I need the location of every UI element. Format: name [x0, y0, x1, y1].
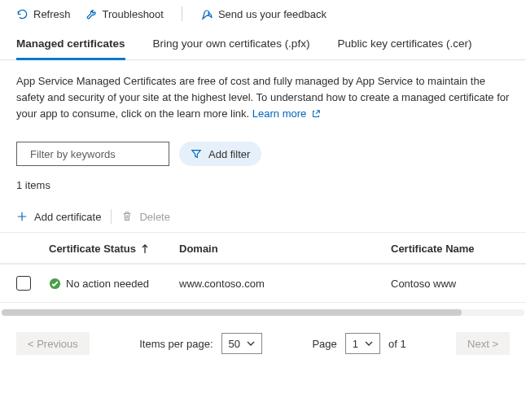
- page-of-text: of 1: [388, 338, 406, 350]
- table-row[interactable]: No action needed www.contoso.com Contoso…: [0, 265, 526, 303]
- success-check-icon: [49, 278, 61, 290]
- row-status: No action needed: [49, 278, 179, 290]
- add-filter-label: Add filter: [208, 148, 250, 160]
- learn-more-link[interactable]: Learn more: [252, 107, 321, 120]
- row-checkbox-col: [16, 276, 49, 291]
- refresh-icon: [16, 8, 28, 20]
- page-label: Page: [312, 338, 336, 350]
- item-count: 1 items: [0, 173, 526, 201]
- header-status[interactable]: Certificate Status: [49, 243, 179, 255]
- header-domain[interactable]: Domain: [179, 243, 391, 255]
- page-number-group: Page 1 of 1: [312, 333, 405, 354]
- filter-icon: [191, 148, 202, 160]
- refresh-label: Refresh: [33, 8, 71, 20]
- sort-asc-icon: [141, 244, 149, 254]
- add-certificate-label: Add certificate: [34, 211, 101, 223]
- page-select[interactable]: 1: [345, 333, 380, 354]
- horizontal-scrollbar[interactable]: [2, 309, 524, 316]
- command-bar: Refresh Troubleshoot Send us your feedba…: [0, 0, 526, 31]
- items-per-page-group: Items per page: 50: [139, 333, 262, 354]
- toolbar-divider: [182, 7, 182, 21]
- tab-strip: Managed certificates Bring your own cert…: [0, 31, 526, 60]
- row-status-text: No action needed: [66, 278, 149, 290]
- chevron-down-icon: [365, 340, 373, 347]
- external-link-icon: [311, 109, 321, 119]
- header-status-label: Certificate Status: [49, 243, 136, 255]
- next-page-button[interactable]: Next >: [456, 332, 510, 355]
- page-value: 1: [353, 338, 358, 350]
- add-filter-button[interactable]: Add filter: [179, 142, 261, 166]
- feedback-button[interactable]: Send us your feedback: [200, 7, 327, 20]
- row-domain: www.contoso.com: [179, 278, 391, 290]
- description-text: App Service Managed Certificates are fre…: [0, 60, 526, 135]
- delete-button: Delete: [121, 211, 170, 223]
- row-name: Contoso www: [391, 278, 510, 290]
- filter-row: Add filter: [0, 135, 526, 173]
- table-actions: Add certificate Delete: [0, 201, 526, 232]
- troubleshoot-label: Troubleshoot: [103, 8, 164, 20]
- items-per-page-label: Items per page:: [139, 338, 213, 350]
- feedback-icon: [200, 7, 213, 20]
- add-certificate-button[interactable]: Add certificate: [16, 211, 101, 223]
- pager: < Previous Items per page: 50 Page 1 of …: [0, 316, 526, 355]
- delete-label: Delete: [139, 211, 170, 223]
- action-divider: [111, 209, 112, 224]
- refresh-button[interactable]: Refresh: [16, 8, 71, 20]
- previous-page-button[interactable]: < Previous: [16, 332, 90, 355]
- items-per-page-select[interactable]: 50: [221, 333, 262, 354]
- row-checkbox[interactable]: [16, 276, 31, 291]
- plus-icon: [16, 211, 28, 222]
- chevron-down-icon: [247, 340, 255, 347]
- troubleshoot-button[interactable]: Troubleshoot: [85, 8, 164, 20]
- tab-managed-certificates[interactable]: Managed certificates: [16, 31, 125, 60]
- tab-public-key[interactable]: Public key certificates (.cer): [337, 31, 471, 60]
- search-input[interactable]: [30, 148, 167, 160]
- tab-bring-your-own[interactable]: Bring your own certificates (.pfx): [153, 31, 310, 60]
- header-name[interactable]: Certificate Name: [391, 243, 510, 255]
- feedback-label: Send us your feedback: [218, 8, 327, 20]
- table-header: Certificate Status Domain Certificate Na…: [0, 232, 526, 265]
- wrench-icon: [85, 8, 98, 20]
- search-input-wrapper[interactable]: [16, 142, 169, 166]
- items-per-page-value: 50: [229, 338, 240, 350]
- learn-more-label: Learn more: [252, 107, 306, 120]
- trash-icon: [121, 211, 133, 222]
- scrollbar-thumb[interactable]: [2, 309, 462, 316]
